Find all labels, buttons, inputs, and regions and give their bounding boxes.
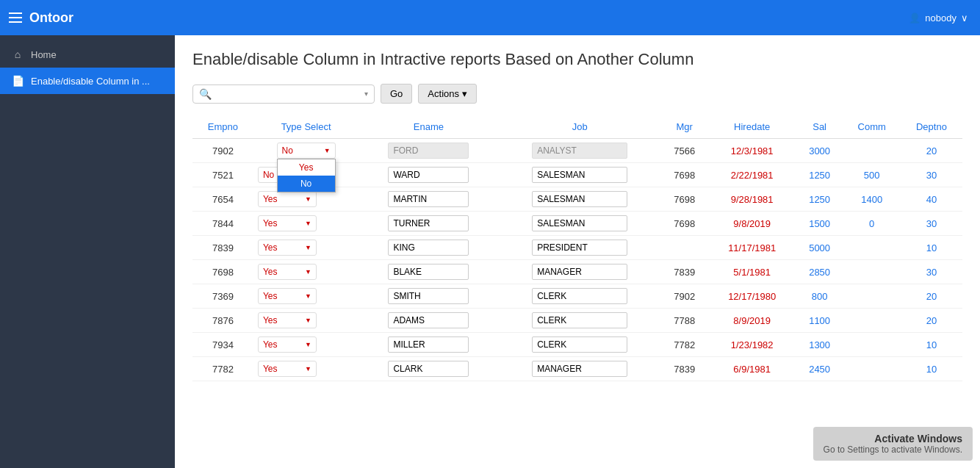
cell-ename[interactable] <box>359 212 498 236</box>
cell-ename[interactable] <box>359 309 498 333</box>
type-select-arrow: ▼ <box>305 244 311 251</box>
ename-input[interactable] <box>388 361 469 377</box>
cell-comm <box>843 284 901 309</box>
cell-ename[interactable] <box>359 163 498 187</box>
sidebar-item-home[interactable]: ⌂ Home <box>0 41 175 68</box>
table-row: 7902No▼YesNo756612/3/1981300020 <box>192 139 962 163</box>
cell-type-select[interactable]: Yes▼ <box>253 236 359 260</box>
cell-job[interactable] <box>498 163 660 187</box>
cell-hiredate: 5/1/1981 <box>708 260 796 284</box>
cell-mgr <box>661 236 708 260</box>
ename-input[interactable] <box>388 312 469 328</box>
cell-job[interactable] <box>498 139 660 163</box>
cell-ename[interactable] <box>359 357 498 381</box>
ename-input[interactable] <box>388 336 469 353</box>
sidebar-item-enable-disable[interactable]: 📄 Enable/disable Column in ... <box>0 68 175 94</box>
sidebar-item-home-label: Home <box>31 49 57 60</box>
type-option-yes[interactable]: Yes <box>278 159 335 176</box>
type-select-menu: YesNo <box>277 159 336 192</box>
job-input[interactable] <box>532 264 627 280</box>
cell-ename[interactable] <box>359 236 498 260</box>
col-header-comm: Comm <box>843 115 901 139</box>
job-input[interactable] <box>532 191 627 207</box>
type-select-trigger[interactable]: No▼ <box>277 143 336 159</box>
cell-job[interactable] <box>498 260 660 284</box>
type-select-trigger[interactable]: Yes▼ <box>258 312 317 328</box>
col-header-empno: Empno <box>192 115 253 139</box>
cell-job[interactable] <box>498 187 660 212</box>
sidebar-nav: ⌂ Home 📄 Enable/disable Column in ... <box>0 35 175 100</box>
ename-input[interactable] <box>388 288 469 304</box>
ename-input[interactable] <box>388 240 469 256</box>
cell-job[interactable] <box>498 212 660 236</box>
activation-message: Go to Settings to activate Windows. <box>824 444 962 455</box>
cell-ename[interactable] <box>359 284 498 309</box>
type-select-trigger[interactable]: Yes▼ <box>258 264 317 280</box>
type-select-trigger[interactable]: Yes▼ <box>258 240 317 256</box>
type-select-trigger[interactable]: Yes▼ <box>258 215 317 231</box>
col-header-deptno: Deptno <box>901 115 962 139</box>
ename-input[interactable] <box>388 215 469 231</box>
type-select-trigger[interactable]: Yes▼ <box>258 288 317 304</box>
type-option-no[interactable]: No <box>278 176 335 192</box>
ename-input[interactable] <box>388 167 469 183</box>
cell-comm <box>843 260 901 284</box>
cell-empno: 7839 <box>192 236 253 260</box>
page-title: Enable/disable Column in Intractive repo… <box>192 50 962 69</box>
job-input[interactable] <box>532 336 627 353</box>
table-row: 7839Yes▼11/17/1981500010 <box>192 236 962 260</box>
cell-comm <box>843 333 901 357</box>
job-input[interactable] <box>532 167 627 183</box>
job-input[interactable] <box>532 240 627 256</box>
hamburger-icon[interactable] <box>9 12 22 23</box>
cell-type-select[interactable]: Yes▼ <box>253 260 359 284</box>
col-header-hiredate: Hiredate <box>708 115 796 139</box>
cell-type-select[interactable]: No▼YesNo <box>253 139 359 163</box>
type-value: Yes <box>263 315 278 325</box>
cell-ename[interactable] <box>359 187 498 212</box>
search-type-dropdown[interactable]: ▾ <box>364 90 368 98</box>
type-value: Yes <box>263 218 278 228</box>
job-input[interactable] <box>532 312 627 328</box>
cell-deptno: 40 <box>901 187 962 212</box>
table-row: 7844Yes▼76989/8/20191500030 <box>192 212 962 236</box>
cell-deptno: 30 <box>901 212 962 236</box>
cell-type-select[interactable]: Yes▼ <box>253 357 359 381</box>
col-header-mgr: Mgr <box>661 115 708 139</box>
cell-empno: 7782 <box>192 357 253 381</box>
go-button[interactable]: Go <box>381 84 412 104</box>
cell-type-select[interactable]: Yes▼ <box>253 212 359 236</box>
job-input[interactable] <box>532 361 627 377</box>
cell-mgr: 7839 <box>661 357 708 381</box>
cell-type-select[interactable]: Yes▼ <box>253 333 359 357</box>
cell-type-select[interactable]: Yes▼ <box>253 309 359 333</box>
cell-job[interactable] <box>498 284 660 309</box>
type-select-dropdown-open[interactable]: No▼YesNo <box>277 143 336 159</box>
type-select-arrow: ▼ <box>305 365 311 372</box>
cell-ename[interactable] <box>359 260 498 284</box>
cell-empno: 7369 <box>192 284 253 309</box>
cell-job[interactable] <box>498 357 660 381</box>
cell-job[interactable] <box>498 333 660 357</box>
col-header-ename: Ename <box>359 115 498 139</box>
actions-button[interactable]: Actions ▾ <box>418 84 477 104</box>
type-value: Yes <box>263 242 278 253</box>
search-input[interactable] <box>215 88 361 99</box>
cell-comm <box>843 309 901 333</box>
type-select-trigger[interactable]: Yes▼ <box>258 191 317 207</box>
type-select-trigger[interactable]: Yes▼ <box>258 361 317 377</box>
cell-job[interactable] <box>498 309 660 333</box>
ename-input[interactable] <box>388 264 469 280</box>
cell-ename[interactable] <box>359 333 498 357</box>
job-input[interactable] <box>532 288 627 304</box>
table-row: 7876Yes▼77888/9/2019110020 <box>192 309 962 333</box>
job-input[interactable] <box>532 215 627 231</box>
type-select-trigger[interactable]: Yes▼ <box>258 336 317 353</box>
cell-mgr: 7902 <box>661 284 708 309</box>
cell-ename[interactable] <box>359 139 498 163</box>
cell-job[interactable] <box>498 236 660 260</box>
ename-input[interactable] <box>388 191 469 207</box>
top-bar: 👤 nobody ∨ <box>175 0 980 35</box>
cell-type-select[interactable]: Yes▼ <box>253 284 359 309</box>
cell-mgr: 7698 <box>661 163 708 187</box>
